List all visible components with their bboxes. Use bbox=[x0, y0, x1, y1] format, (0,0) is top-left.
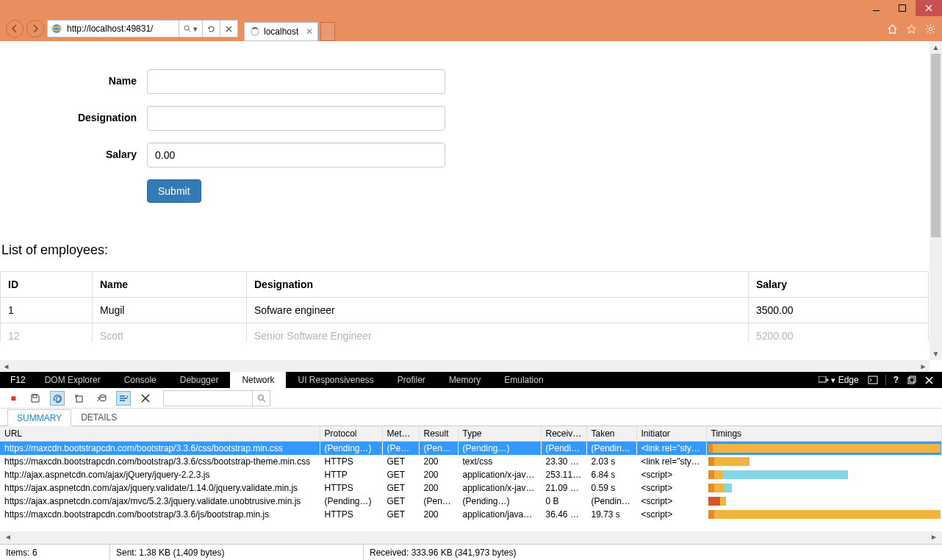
employees-list-title: List of employees: bbox=[1, 243, 942, 258]
tab-profiler[interactable]: Profiler bbox=[386, 372, 437, 388]
favorites-icon[interactable] bbox=[905, 23, 917, 35]
refresh-button[interactable] bbox=[202, 21, 220, 37]
ie-icon bbox=[51, 23, 62, 35]
form-row-name: Name bbox=[0, 69, 942, 94]
name-input[interactable] bbox=[147, 69, 445, 94]
col-id: ID bbox=[1, 272, 93, 298]
forward-button[interactable] bbox=[26, 20, 44, 37]
clear-session-button[interactable] bbox=[138, 391, 153, 406]
window-titlebar bbox=[0, 0, 942, 16]
col-initiator[interactable]: Initiator bbox=[636, 426, 706, 442]
stop-button[interactable] bbox=[220, 21, 237, 37]
subtab-details[interactable]: DETAILS bbox=[71, 409, 126, 426]
search-dropdown-button[interactable]: ▾ bbox=[179, 21, 202, 37]
table-row: 12 Scott Senior Software Engineer 5200.0… bbox=[1, 323, 929, 342]
save-button[interactable] bbox=[28, 391, 43, 406]
scroll-left-icon[interactable]: ◄ bbox=[0, 360, 12, 372]
col-protocol[interactable]: Protocol bbox=[320, 426, 382, 442]
timing-bar bbox=[706, 468, 942, 481]
window-minimize-button[interactable] bbox=[863, 0, 889, 16]
console-toggle-icon[interactable] bbox=[863, 372, 882, 388]
settings-icon[interactable] bbox=[924, 23, 936, 35]
network-horizontal-scrollbar[interactable]: ◄ ► bbox=[0, 531, 942, 544]
subtab-summary[interactable]: SUMMARY bbox=[7, 409, 71, 426]
tab-title: localhost bbox=[264, 26, 298, 37]
devtools-statusbar: Items: 6 Sent: 1.38 KB (1,409 bytes) Rec… bbox=[0, 544, 942, 560]
submit-button[interactable]: Submit bbox=[147, 179, 201, 203]
network-row[interactable]: https://ajax.aspnetcdn.com/ajax/jquery.v… bbox=[0, 481, 942, 495]
network-row[interactable]: http://ajax.aspnetcdn.com/ajax/jQuery/jq… bbox=[0, 468, 942, 481]
scroll-thumb[interactable] bbox=[931, 54, 941, 237]
salary-input[interactable] bbox=[147, 143, 445, 168]
filter-box[interactable] bbox=[163, 390, 270, 406]
col-type[interactable]: Type bbox=[458, 426, 541, 442]
home-icon[interactable] bbox=[886, 23, 898, 35]
back-button[interactable] bbox=[6, 20, 24, 37]
col-result[interactable]: Result bbox=[419, 426, 458, 442]
svg-rect-7 bbox=[910, 376, 916, 382]
tab-network[interactable]: Network bbox=[230, 372, 286, 388]
page-vertical-scrollbar[interactable]: ▲ ▼ bbox=[930, 41, 942, 360]
tab-memory[interactable]: Memory bbox=[437, 372, 492, 388]
edge-mode-dropdown[interactable]: ▾Edge bbox=[814, 372, 863, 388]
network-table: URL Protocol Method Result Type Received… bbox=[0, 426, 942, 531]
name-label: Name bbox=[0, 69, 147, 94]
page-horizontal-scrollbar[interactable]: ◄ ► bbox=[0, 360, 930, 372]
network-row[interactable]: https://maxcdn.bootstrapcdn.com/bootstra… bbox=[0, 442, 942, 456]
network-row[interactable]: https://maxcdn.bootstrapcdn.com/bootstra… bbox=[0, 508, 942, 521]
filter-search-icon[interactable] bbox=[252, 391, 270, 406]
page-content: Name Designation Salary Submit List of e… bbox=[0, 41, 942, 372]
timing-bar bbox=[706, 508, 942, 521]
undock-icon[interactable] bbox=[903, 372, 921, 388]
window-close-button[interactable] bbox=[916, 0, 942, 16]
browser-tab[interactable]: localhost ✕ bbox=[244, 22, 318, 41]
network-row[interactable]: https://maxcdn.bootstrapcdn.com/bootstra… bbox=[0, 455, 942, 468]
scroll-up-icon[interactable]: ▲ bbox=[930, 41, 942, 54]
url-input[interactable] bbox=[65, 24, 179, 34]
salary-label: Salary bbox=[0, 143, 147, 168]
tab-debugger[interactable]: Debugger bbox=[168, 372, 231, 388]
col-timings[interactable]: Timings bbox=[706, 426, 942, 442]
status-sent: Sent: 1.38 KB (1,409 bytes) bbox=[110, 545, 364, 560]
tab-close-button[interactable]: ✕ bbox=[306, 26, 313, 37]
col-name: Name bbox=[93, 272, 247, 298]
scroll-right-icon[interactable]: ► bbox=[917, 360, 930, 372]
tab-emulation[interactable]: Emulation bbox=[492, 372, 555, 388]
designation-input[interactable] bbox=[147, 106, 445, 131]
tab-ui-responsiveness[interactable]: UI Responsiveness bbox=[286, 372, 385, 388]
col-salary: Salary bbox=[749, 272, 929, 298]
col-taken[interactable]: Taken bbox=[586, 426, 636, 442]
help-icon[interactable]: ? bbox=[889, 372, 903, 388]
clear-cache-button[interactable] bbox=[94, 391, 109, 406]
designation-label: Designation bbox=[0, 106, 147, 131]
new-tab-button[interactable] bbox=[320, 22, 335, 41]
timing-bar bbox=[706, 455, 942, 468]
col-method[interactable]: Method bbox=[382, 426, 419, 442]
timing-bar bbox=[706, 481, 942, 495]
svg-point-0 bbox=[52, 24, 61, 33]
record-button[interactable]: ■ bbox=[6, 391, 21, 406]
scroll-down-icon[interactable]: ▼ bbox=[930, 348, 942, 360]
tab-console[interactable]: Console bbox=[112, 372, 168, 388]
window-maximize-button[interactable] bbox=[889, 0, 916, 16]
svg-rect-6 bbox=[908, 378, 914, 384]
svg-point-3 bbox=[929, 27, 932, 31]
tab-dom-explorer[interactable]: DOM Explorer bbox=[33, 372, 112, 388]
col-designation: Designation bbox=[247, 272, 749, 298]
timing-bar bbox=[706, 442, 942, 456]
clear-cookies-button[interactable] bbox=[116, 391, 131, 406]
svg-rect-10 bbox=[76, 396, 82, 402]
network-row[interactable]: https://ajax.aspnetcdn.com/ajax/mvc/5.2.… bbox=[0, 495, 942, 508]
col-url[interactable]: URL bbox=[0, 426, 320, 442]
clear-entries-button[interactable] bbox=[72, 391, 87, 406]
devtools-close-icon[interactable] bbox=[921, 372, 938, 388]
network-toolbar: ■ bbox=[0, 388, 942, 409]
table-row: 1 Mugil Sofware engineer 3500.00 bbox=[1, 298, 929, 323]
loading-spinner-icon bbox=[251, 27, 259, 36]
always-refresh-button[interactable] bbox=[50, 391, 65, 406]
devtools-tabs: F12 DOM Explorer Console Debugger Networ… bbox=[0, 372, 942, 388]
col-received[interactable]: Received bbox=[541, 426, 586, 442]
filter-input[interactable] bbox=[164, 391, 252, 406]
timing-bar bbox=[706, 495, 942, 508]
address-bar[interactable]: ▾ bbox=[47, 20, 238, 37]
